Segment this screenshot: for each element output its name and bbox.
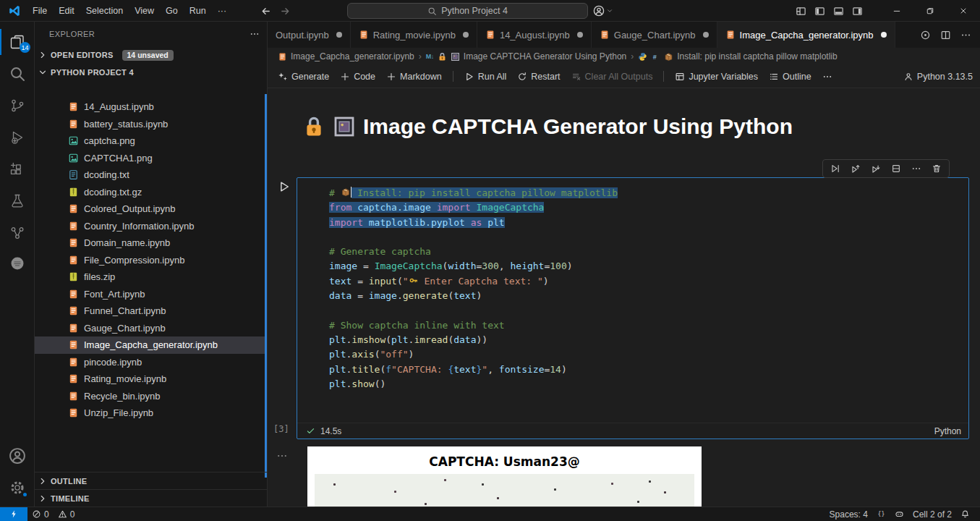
activity-files[interactable]: 14 xyxy=(0,26,35,58)
ellipsis-icon[interactable] xyxy=(911,164,921,174)
run-cell-icon[interactable] xyxy=(278,180,291,193)
markdown-cell[interactable]: Image CAPTCHA Generator Using Python xyxy=(302,114,793,139)
menu-file[interactable]: File xyxy=(27,4,53,18)
kernel-picker[interactable]: Python 3.13.5 xyxy=(903,72,973,82)
more-button[interactable] xyxy=(822,72,832,82)
tab-Rating_movie.ipynb[interactable]: Rating_movie.ipynb xyxy=(351,22,477,48)
status-bell[interactable] xyxy=(956,509,974,519)
menu-go[interactable]: Go xyxy=(160,4,184,18)
unsaved-dot-icon[interactable] xyxy=(463,32,469,38)
file-dcoding.txt[interactable]: dcoding.txt xyxy=(35,166,267,184)
tab-Image_Capcha_generator.ipynb[interactable]: Image_Capcha_generator.ipynb xyxy=(717,22,895,48)
file-Funnel_Chart.ipynb[interactable]: Funnel_Chart.ipynb xyxy=(35,302,267,320)
remote-indicator[interactable] xyxy=(0,507,27,521)
activity-search[interactable] xyxy=(0,58,35,90)
toggle-panel-icon[interactable] xyxy=(833,6,844,17)
file-dcoding.txt.gz[interactable]: dcoding.txt.gz xyxy=(35,184,267,201)
Run All-button[interactable]: Run All xyxy=(464,72,507,82)
trash-icon[interactable] xyxy=(932,164,942,174)
status-spaces-4[interactable]: Spaces: 4 xyxy=(825,509,872,520)
account-menu[interactable] xyxy=(593,0,613,22)
activity-source-control[interactable] xyxy=(0,90,35,122)
file-Unzip_File.ipynb[interactable]: Unzip_File.ipynb xyxy=(35,404,267,422)
unsaved-dot-icon[interactable] xyxy=(577,32,583,38)
activity-testing[interactable] xyxy=(0,185,35,217)
problems-warning-triangle[interactable]: 0 xyxy=(54,507,80,521)
activity-run-debug[interactable] xyxy=(0,122,35,153)
execute-below-icon[interactable] xyxy=(871,164,881,174)
unsaved-dot-icon[interactable] xyxy=(336,32,342,38)
file-Country_Information.ipynb[interactable]: Country_Information.ipynb xyxy=(35,218,267,235)
file-Recycle_bin.ipynb[interactable]: Recycle_bin.ipynb xyxy=(35,388,267,405)
execute-above-icon[interactable] xyxy=(851,164,861,174)
file-Image_Capcha_generator.ipynb[interactable]: Image_Capcha_generator.ipynb xyxy=(35,336,267,354)
sidebar-scrollbar[interactable] xyxy=(265,94,267,478)
configure-icon[interactable] xyxy=(920,30,931,41)
sparkle-icon xyxy=(278,72,288,82)
customize-layout-icon[interactable] xyxy=(796,6,806,17)
Jupyter Variables-button[interactable]: Jupyter Variables xyxy=(675,72,758,82)
tab-14_August.ipynb[interactable]: 14_August.ipynb xyxy=(477,22,592,48)
project-section[interactable]: PYTHON PROJECT 4 xyxy=(35,64,267,81)
split-cell-icon[interactable] xyxy=(891,164,901,174)
activity-extension-logo[interactable] xyxy=(0,247,35,279)
status-copilot[interactable] xyxy=(890,509,908,519)
breadcrumb-item[interactable]: Install: pip install captcha pillow matp… xyxy=(677,51,837,62)
code-editor[interactable]: # Install: pip install captcha pillow ma… xyxy=(297,178,968,423)
file-Gauge_Chart.ipynb[interactable]: Gauge_Chart.ipynb xyxy=(35,320,267,337)
breadcrumb-item[interactable]: Image_Capcha_generator.ipynb xyxy=(291,51,414,62)
breadcrumb-item[interactable]: Image CAPTCHA Generator Using Python xyxy=(464,51,626,62)
menu-edit[interactable]: Edit xyxy=(53,4,80,18)
more-actions-icon[interactable] xyxy=(250,29,260,39)
Restart-button[interactable]: Restart xyxy=(517,72,560,82)
Outline-button[interactable]: Outline xyxy=(769,72,811,82)
timeline-section[interactable]: TIMELINE xyxy=(35,489,267,507)
unsaved-dot-icon[interactable] xyxy=(881,32,887,38)
more-icon[interactable] xyxy=(960,30,971,41)
breadcrumb[interactable]: Image_Capcha_generator.ipynb›M↓Image CAP… xyxy=(268,48,980,65)
file-Domain_name.ipynb[interactable]: Domain_name.ipynb xyxy=(35,234,267,252)
Markdown-button[interactable]: Markdown xyxy=(386,72,442,82)
file-Font_Art.ipynb[interactable]: Font_Art.ipynb xyxy=(35,286,267,303)
file-Rating_movie.ipynb[interactable]: Rating_movie.ipynb xyxy=(35,370,267,388)
Clear All Outputs-button[interactable]: Clear All Outputs xyxy=(571,72,653,82)
file-files.zip[interactable]: files.zip xyxy=(35,268,267,286)
run-by-line-icon[interactable] xyxy=(830,164,840,174)
output-more-actions-icon[interactable] xyxy=(276,450,288,462)
forward-icon[interactable] xyxy=(280,6,291,17)
activity-account[interactable] xyxy=(0,440,35,472)
open-editors-section[interactable]: OPEN EDITORS 14 unsaved xyxy=(35,46,267,64)
Code-button[interactable]: Code xyxy=(340,72,375,82)
activity-settings-gear[interactable] xyxy=(0,472,35,504)
back-icon[interactable] xyxy=(260,6,271,17)
file-File_Compression.ipynb[interactable]: File_Compression.ipynb xyxy=(35,252,267,269)
file-pincode.ipynb[interactable]: pincode.ipynb xyxy=(35,354,267,371)
cell-language[interactable]: Python xyxy=(934,426,961,436)
command-center-search[interactable]: Python Project 4 xyxy=(347,3,588,19)
close-button[interactable] xyxy=(947,0,980,22)
status-cell-2-of-2[interactable]: Cell 2 of 2 xyxy=(908,509,956,520)
activity-remote-explorer[interactable] xyxy=(0,217,35,249)
menu-[interactable]: ··· xyxy=(212,4,233,18)
file-captcha.png[interactable]: captcha.png xyxy=(35,132,267,150)
file-14_August.ipynb[interactable]: 14_August.ipynb xyxy=(35,98,267,116)
activity-extensions[interactable] xyxy=(0,153,35,185)
menu-selection[interactable]: Selection xyxy=(80,4,129,18)
toggle-primary-sidebar-icon[interactable] xyxy=(814,6,825,17)
file-battery_status.ipynb[interactable]: battery_status.ipynb xyxy=(35,116,267,133)
Generate-button[interactable]: Generate xyxy=(278,72,329,82)
tab-Gauge_Chart.ipynb[interactable]: Gauge_Chart.ipynb xyxy=(592,22,717,48)
split-editor-icon[interactable] xyxy=(940,30,951,41)
file-Colored_Output.ipynb[interactable]: Colored_Output.ipynb xyxy=(35,200,267,218)
minimize-button[interactable] xyxy=(880,0,913,22)
restore-button[interactable] xyxy=(913,0,947,22)
problems-error-circle[interactable]: 0 xyxy=(27,507,54,521)
file-CAPTCHA1.png[interactable]: CAPTCHA1.png xyxy=(35,150,267,167)
unsaved-dot-icon[interactable] xyxy=(703,32,709,38)
menu-run[interactable]: Run xyxy=(184,4,212,18)
status-braces[interactable]: {} xyxy=(872,509,890,519)
tab-Output.ipynb[interactable]: Output.ipynb xyxy=(268,22,351,48)
outline-section[interactable]: OUTLINE xyxy=(35,472,267,489)
menu-view[interactable]: View xyxy=(129,4,160,18)
toggle-secondary-sidebar-icon[interactable] xyxy=(852,6,863,17)
